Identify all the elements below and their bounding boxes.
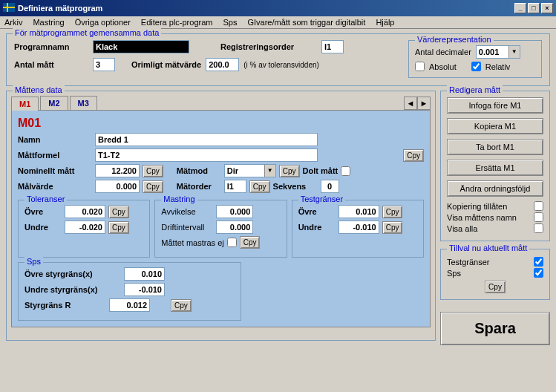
menu-mastring[interactable]: Mastring bbox=[33, 18, 64, 27]
matorder-input[interactable] bbox=[224, 180, 246, 193]
regorder-label: Registreringsorder bbox=[220, 42, 317, 51]
menubar: Arkiv Mastring Övriga optioner Editera p… bbox=[0, 16, 556, 29]
tab-next[interactable]: ► bbox=[417, 97, 431, 110]
kopiering-lbl: Kopiering tillåten bbox=[447, 202, 507, 211]
cpy-matmod[interactable]: Cpy bbox=[279, 165, 300, 177]
sekvens-input[interactable] bbox=[321, 180, 339, 193]
cpy-tol-undre[interactable]: Cpy bbox=[108, 221, 129, 234]
tab-m2[interactable]: M2 bbox=[40, 96, 68, 110]
testgranser-fieldset: Testgränser ÖvreCpy UndreCpy bbox=[292, 200, 424, 258]
absolut-label: Absolut bbox=[429, 62, 457, 71]
cpy-formel[interactable]: Cpy bbox=[403, 149, 424, 162]
tol-ovre-input[interactable] bbox=[65, 205, 105, 218]
menu-givare[interactable]: GIvare/mått som triggar digitalbit bbox=[247, 18, 365, 27]
infoga-button[interactable]: Infoga före M1 bbox=[447, 97, 543, 114]
nominell-label: Nominellt mått bbox=[18, 166, 92, 175]
cpy-sps[interactable]: Cpy bbox=[171, 299, 192, 312]
sps-r-lbl: Styrgräns R bbox=[24, 301, 106, 310]
sps-undre-input[interactable] bbox=[124, 283, 165, 296]
matmod-label: Mätmod bbox=[177, 166, 221, 175]
formel-input[interactable] bbox=[95, 148, 318, 162]
tol-undre-lbl: Undre bbox=[24, 223, 62, 232]
malvarde-input[interactable] bbox=[95, 180, 140, 193]
common-legend: För mätprogrammet gemensamma data bbox=[13, 28, 161, 37]
sps-undre-lbl: Undre styrgräns(x) bbox=[24, 285, 121, 294]
test-ovre-input[interactable] bbox=[338, 205, 379, 218]
mastras-lbl: Måttet mastras ej bbox=[161, 238, 223, 247]
programnamn-label: Programnamn bbox=[14, 42, 88, 51]
kopiering-checkbox[interactable] bbox=[534, 201, 543, 211]
tillval-test-checkbox[interactable] bbox=[534, 257, 543, 267]
matorder-label: Mätorder bbox=[177, 182, 221, 191]
sps-fieldset: Sps Övre styrgräns(x) Undre styrgräns(x)… bbox=[18, 262, 241, 321]
avvik-input[interactable] bbox=[216, 205, 253, 218]
orimligt-hint: (i % av toleransvidden) bbox=[243, 61, 319, 69]
avvik-lbl: Avvikelse bbox=[161, 207, 213, 216]
mastring-fieldset: Mastring Avvikelse Driftintervall Måttet… bbox=[154, 200, 287, 258]
orimligt-label: Orimligt mätvärde bbox=[131, 60, 201, 69]
menu-hjalp[interactable]: Hjälp bbox=[376, 18, 394, 27]
tol-undre-input[interactable] bbox=[65, 220, 105, 234]
programnamn-input[interactable] bbox=[93, 40, 189, 53]
mattens-legend: Måttens data bbox=[13, 85, 65, 94]
ersatta-button[interactable]: Ersätta M1 bbox=[447, 160, 543, 176]
sps-ovre-input[interactable] bbox=[124, 267, 165, 281]
tab-m1[interactable]: M1 bbox=[11, 97, 39, 111]
maximize-button[interactable]: □ bbox=[528, 3, 540, 13]
drift-input[interactable] bbox=[216, 220, 253, 234]
visanamn-checkbox[interactable] bbox=[534, 212, 543, 222]
menu-arkiv[interactable]: Arkiv bbox=[4, 18, 22, 27]
regorder-input[interactable] bbox=[321, 40, 344, 53]
namn-input[interactable] bbox=[95, 133, 318, 146]
menu-ovriga[interactable]: Övriga optioner bbox=[75, 18, 131, 27]
matmod-select[interactable]: Dir bbox=[224, 164, 276, 177]
sps-r-input[interactable] bbox=[109, 298, 150, 312]
cpy-matorder[interactable]: Cpy bbox=[249, 180, 270, 193]
tillval-legend: Tillval nu aktuellt mått bbox=[447, 244, 529, 252]
test-undre-lbl: Undre bbox=[298, 223, 336, 232]
formel-label: Måttformel bbox=[18, 151, 92, 160]
tab-m3[interactable]: M3 bbox=[70, 96, 97, 110]
kopiera-button[interactable]: Kopiera M1 bbox=[447, 118, 543, 134]
tillval-sps-checkbox[interactable] bbox=[534, 268, 543, 278]
cpy-tol-ovre[interactable]: Cpy bbox=[108, 206, 129, 218]
tol-legend: Toleranser bbox=[24, 195, 67, 203]
visaalla-lbl: Visa alla bbox=[447, 224, 477, 233]
ordning-button[interactable]: Ändra ordningsföljd bbox=[447, 180, 543, 197]
antaldec-select[interactable]: 0.001 bbox=[476, 45, 520, 59]
cpy-malvarde[interactable]: Cpy bbox=[143, 180, 163, 193]
cpy-nominell[interactable]: Cpy bbox=[143, 165, 163, 177]
svg-rect-1 bbox=[3, 7, 15, 8]
minimize-button[interactable]: _ bbox=[514, 3, 526, 13]
mastras-checkbox[interactable] bbox=[227, 238, 237, 247]
close-button[interactable]: × bbox=[541, 3, 553, 13]
cpy-mast[interactable]: Cpy bbox=[240, 236, 261, 249]
test-undre-input[interactable] bbox=[338, 220, 379, 234]
cpy-test-ovre[interactable]: Cpy bbox=[382, 206, 403, 218]
sps-legend: Sps bbox=[24, 257, 43, 266]
menu-editplc[interactable]: Editera plc-program bbox=[141, 18, 213, 27]
visanamn-lbl: Visa måttens namn bbox=[447, 213, 517, 222]
mattens-fieldset: Måttens data M1 M2 M3 ◄ ► M01 Namn Måttf… bbox=[6, 91, 436, 341]
absolut-checkbox[interactable] bbox=[415, 62, 425, 71]
app-icon bbox=[3, 3, 15, 13]
orimligt-input[interactable] bbox=[206, 58, 239, 71]
namn-label: Namn bbox=[18, 135, 92, 144]
menu-sps[interactable]: Sps bbox=[223, 18, 237, 27]
toleranser-fieldset: Toleranser ÖvreCpy UndreCpy bbox=[18, 200, 150, 258]
nominell-input[interactable] bbox=[95, 164, 140, 177]
relativ-label: Relativ bbox=[485, 62, 511, 71]
valrep-fieldset: Värderepresentation Antal decimaler 0.00… bbox=[408, 40, 542, 78]
spara-button[interactable]: Spara bbox=[440, 312, 550, 345]
relativ-checkbox[interactable] bbox=[471, 62, 481, 71]
cpy-tillval[interactable]: Cpy bbox=[485, 281, 506, 293]
window-title: Definiera mätprogram bbox=[18, 4, 514, 13]
visaalla-checkbox[interactable] bbox=[534, 223, 543, 233]
sekvens-label: Sekvens bbox=[273, 182, 318, 191]
tabort-button[interactable]: Ta bort M1 bbox=[447, 139, 543, 155]
tab-prev[interactable]: ◄ bbox=[404, 97, 417, 110]
antalmatt-input[interactable] bbox=[93, 58, 115, 71]
dolt-label: Dolt mått bbox=[303, 166, 338, 175]
cpy-test-undre[interactable]: Cpy bbox=[382, 221, 403, 234]
dolt-checkbox[interactable] bbox=[341, 166, 350, 176]
